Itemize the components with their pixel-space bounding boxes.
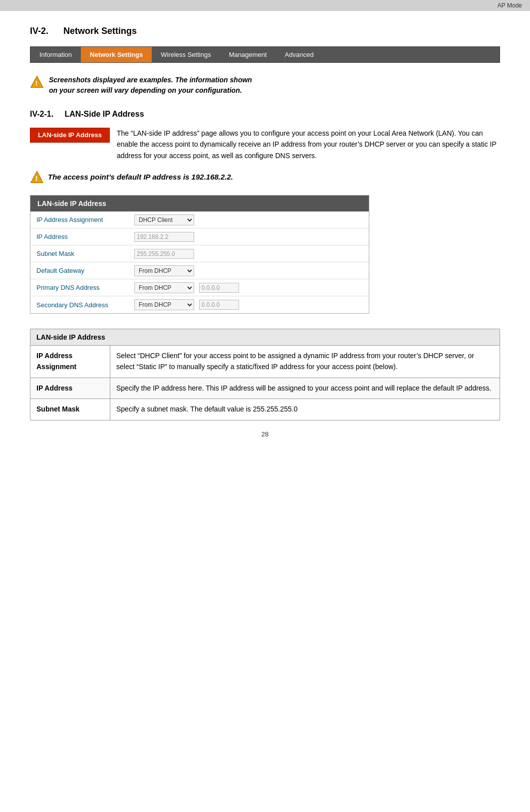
ip-address-input[interactable] (134, 232, 194, 242)
panel-value-secondary-dns: From DHCP Manual (130, 297, 369, 312)
desc-table: LAN-side IP Address IP Address Assignmen… (30, 329, 500, 420)
primary-dns-select[interactable]: From DHCP Manual (134, 282, 194, 293)
desc-ip-assignment: Select “DHCP Client” for your access poi… (110, 346, 500, 378)
default-ip-text: The access point’s default IP address is… (48, 172, 233, 183)
field-ip-address: IP Address (30, 378, 110, 399)
nav-item-information[interactable]: Information (30, 47, 81, 62)
nav-item-wireless-settings[interactable]: Wireless Settings (152, 47, 220, 62)
field-ip-assignment: IP Address Assignment (30, 346, 110, 378)
intro-block: LAN-side IP Address The “LAN-side IP add… (30, 128, 500, 161)
panel-row-secondary-dns: Secondary DNS Address From DHCP Manual (30, 296, 369, 313)
header-bar: AP Mode (0, 0, 530, 11)
svg-text:!: ! (35, 175, 38, 183)
panel-value-subnet-mask (130, 247, 369, 261)
table-row: Subnet Mask Specify a subnet mask. The d… (30, 399, 500, 420)
primary-dns-input[interactable] (199, 283, 239, 293)
lan-badge: LAN-side IP Address (30, 128, 110, 143)
panel-label-subnet-mask: Subnet Mask (30, 247, 130, 260)
warning-note: ! Screenshots displayed are examples. Th… (30, 75, 500, 96)
panel-body: IP Address Assignment DHCP Client Static… (30, 211, 369, 313)
page-number: 28 (30, 430, 500, 438)
subsection-title: IV-2-1. LAN-Side IP Address (30, 110, 500, 119)
panel-label-secondary-dns: Secondary DNS Address (30, 298, 130, 312)
panel-value-ip-address (130, 230, 369, 244)
lan-ip-panel: LAN-side IP Address IP Address Assignmen… (30, 195, 369, 314)
default-ip-warning: ! The access point’s default IP address … (30, 170, 500, 184)
secondary-dns-input[interactable] (199, 300, 239, 310)
section-name: Network Settings (63, 26, 137, 36)
panel-value-primary-dns: From DHCP Manual (130, 280, 369, 295)
main-content: IV-2. Network Settings Information Netwo… (0, 11, 530, 458)
subsection-id: IV-2-1. (30, 110, 53, 118)
nav-bar: Information Network Settings Wireless Se… (30, 46, 500, 63)
warning-icon: ! (30, 75, 44, 89)
field-subnet-mask: Subnet Mask (30, 399, 110, 420)
desc-subnet-mask: Specify a subnet mask. The default value… (110, 399, 500, 420)
panel-row-default-gateway: Default Gateway From DHCP Manual (30, 262, 369, 279)
panel-value-default-gateway: From DHCP Manual (130, 263, 369, 278)
section-title: IV-2. Network Settings (30, 26, 500, 36)
section-id: IV-2. (30, 26, 48, 36)
table-row: IP Address Specify the IP address here. … (30, 378, 500, 399)
ip-assignment-select[interactable]: DHCP Client Static IP (134, 214, 194, 225)
panel-label-default-gateway: Default Gateway (30, 264, 130, 277)
subsection-name: LAN-Side IP Address (64, 110, 144, 118)
secondary-dns-select[interactable]: From DHCP Manual (134, 299, 194, 310)
panel-label-ip-address: IP Address (30, 230, 130, 243)
panel-row-ip-address: IP Address (30, 228, 369, 245)
intro-text: The “LAN-side IP address” page allows yo… (117, 128, 500, 161)
panel-row-primary-dns: Primary DNS Address From DHCP Manual (30, 279, 369, 296)
warning-icon-2: ! (30, 170, 44, 184)
svg-text:!: ! (35, 79, 38, 87)
warning-text: Screenshots displayed are examples. The … (49, 75, 252, 96)
panel-label-ip-assignment: IP Address Assignment (30, 213, 130, 226)
panel-row-subnet-mask: Subnet Mask (30, 245, 369, 262)
panel-label-primary-dns: Primary DNS Address (30, 281, 130, 294)
panel-header: LAN-side IP Address (30, 196, 369, 211)
table-row: IP Address Assignment Select “DHCP Clien… (30, 346, 500, 378)
panel-value-ip-assignment: DHCP Client Static IP (130, 212, 369, 227)
nav-item-network-settings[interactable]: Network Settings (81, 47, 152, 62)
desc-table-header: LAN-side IP Address (30, 329, 500, 346)
nav-item-management[interactable]: Management (220, 47, 276, 62)
subnet-mask-input[interactable] (134, 249, 194, 259)
nav-item-advanced[interactable]: Advanced (276, 47, 323, 62)
mode-label: AP Mode (498, 2, 522, 9)
default-gateway-select[interactable]: From DHCP Manual (134, 265, 194, 276)
panel-row-ip-assignment: IP Address Assignment DHCP Client Static… (30, 211, 369, 228)
desc-ip-address: Specify the IP address here. This IP add… (110, 378, 500, 399)
